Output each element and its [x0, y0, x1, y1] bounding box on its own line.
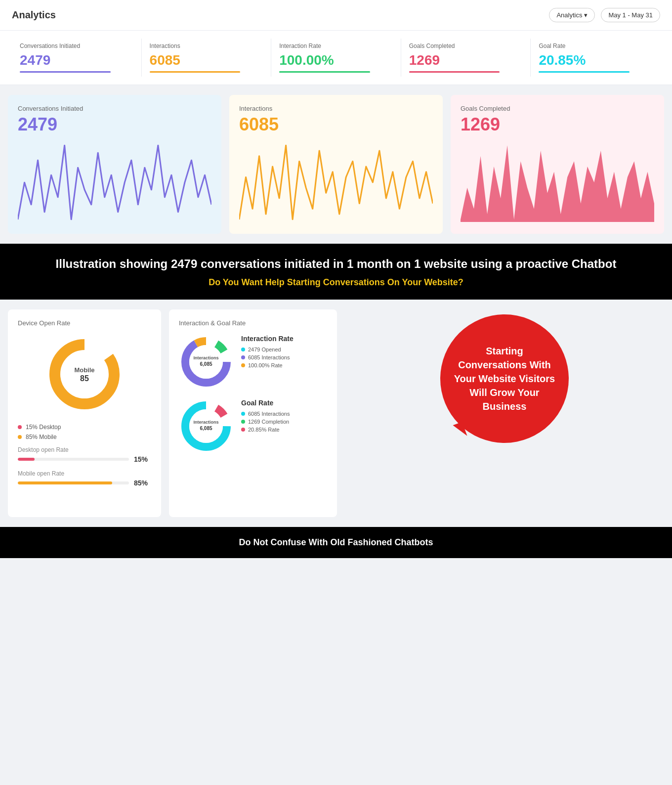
goal-info: Goal Rate 6085 Interactions 1269 Complet…	[241, 399, 327, 435]
speech-bubble-area: Starting Conversations With Your Website…	[345, 309, 664, 448]
header-controls: Analytics ▾ May 1 - May 31	[549, 8, 660, 22]
stat-item: Interactions 6085	[142, 39, 272, 77]
stat-item: Interaction Rate 100.00%	[271, 39, 401, 77]
goal-item: 1269 Completion	[241, 419, 327, 425]
goal-item: 20.85% Rate	[241, 427, 327, 433]
interaction-donut-row: Interactions 6,085 Interaction Rate 2479…	[179, 335, 327, 389]
svg-text:Mobile: Mobile	[74, 366, 94, 374]
legend-dot	[18, 435, 22, 439]
chart-card: Conversations Initiated 2479	[8, 95, 221, 234]
interaction-item: 2479 Opened	[241, 347, 327, 352]
device-legend: 15% Desktop 85% Mobile	[18, 424, 151, 440]
device-donut: Mobile 85	[18, 335, 151, 414]
interaction-donut-svg: Interactions 6,085	[179, 335, 233, 389]
goal-rate-title: Goal Rate	[241, 399, 327, 407]
banner-main-text: Illustration showing 2479 conversations …	[20, 256, 652, 272]
interaction-item: 100.00% Rate	[241, 362, 327, 368]
rate-row: Desktop open Rate 15%	[18, 446, 151, 463]
legend-item: 15% Desktop	[18, 424, 151, 431]
device-donut-svg: Mobile 85	[45, 335, 124, 414]
svg-text:85: 85	[80, 374, 89, 383]
stats-bar: Conversations Initiated 2479 Interaction…	[0, 31, 672, 85]
legend-dot	[18, 425, 22, 429]
stat-item: Conversations Initiated 2479	[12, 39, 142, 77]
stat-item: Goal Rate 20.85%	[531, 39, 660, 77]
goal-donut-row: Interactions 6,085 Goal Rate 6085 Intera…	[179, 399, 327, 453]
rate-row: Mobile open Rate 85%	[18, 470, 151, 487]
chart-card: Interactions 6085	[229, 95, 443, 234]
chart-svg	[18, 143, 211, 222]
bottom-banner: Do Not Confuse With Old Fashioned Chatbo…	[0, 527, 672, 558]
speech-bubble: Starting Conversations With Your Website…	[440, 314, 569, 443]
bottom-section: Device Open Rate Mobile 85 15% Desktop 8…	[0, 300, 672, 527]
page-title: Analytics	[12, 9, 56, 21]
interaction-rate-title: Interaction Rate	[241, 335, 327, 343]
interaction-card: Interaction & Goal Rate Interactions 6,0…	[169, 309, 337, 517]
banner-sub-text: Do You Want Help Starting Conversations …	[20, 277, 652, 288]
date-range-picker[interactable]: May 1 - May 31	[601, 8, 660, 22]
goal-donut-svg: Interactions 6,085	[179, 399, 233, 453]
charts-section: Conversations Initiated 2479 Interaction…	[0, 85, 672, 244]
svg-text:6,085: 6,085	[200, 426, 212, 431]
device-card: Device Open Rate Mobile 85 15% Desktop 8…	[8, 309, 161, 517]
svg-text:6,085: 6,085	[200, 361, 212, 367]
interaction-card-title: Interaction & Goal Rate	[179, 319, 327, 327]
interaction-info: Interaction Rate 2479 Opened 6085 Intera…	[241, 335, 327, 370]
legend-item: 85% Mobile	[18, 434, 151, 440]
chart-svg	[239, 143, 433, 222]
stat-item: Goals Completed 1269	[401, 39, 531, 77]
chart-svg	[461, 143, 654, 222]
goal-item: 6085 Interactions	[241, 411, 327, 417]
promo-banner: Illustration showing 2479 conversations …	[0, 244, 672, 300]
analytics-dropdown[interactable]: Analytics ▾	[549, 8, 595, 22]
svg-text:Interactions: Interactions	[193, 420, 218, 425]
chevron-down-icon: ▾	[584, 11, 588, 19]
chart-card: Goals Completed 1269	[451, 95, 664, 234]
device-card-title: Device Open Rate	[18, 319, 151, 327]
svg-text:Interactions: Interactions	[193, 355, 218, 360]
interaction-item: 6085 Interactions	[241, 354, 327, 360]
header: Analytics Analytics ▾ May 1 - May 31	[0, 0, 672, 31]
